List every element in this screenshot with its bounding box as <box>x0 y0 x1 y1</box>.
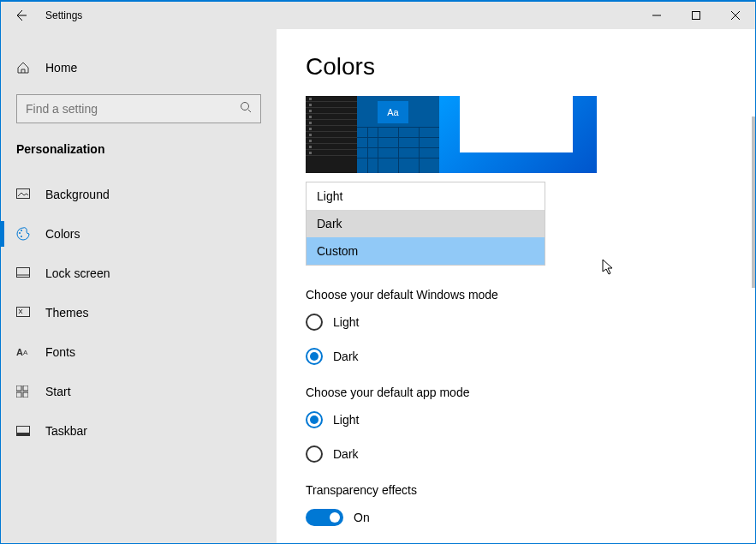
content-area: Colors Aa <box>277 29 755 543</box>
radio-label: Dark <box>333 350 359 363</box>
toggle-state-label: On <box>354 511 370 524</box>
color-preview: Aa <box>306 96 597 173</box>
sidebar-item-colors[interactable]: Colors <box>1 214 277 254</box>
maximize-icon <box>692 11 700 20</box>
radio-label: Dark <box>333 447 359 461</box>
sidebar-item-label: Taskbar <box>45 424 87 438</box>
sidebar-item-label: Themes <box>45 306 89 320</box>
sidebar-item-background[interactable]: Background <box>1 175 277 214</box>
sidebar-item-fonts[interactable]: AA Fonts <box>1 332 277 372</box>
app-mode-dark-radio[interactable]: Dark <box>306 445 726 463</box>
dropdown-option-light[interactable]: Light <box>307 182 545 210</box>
close-button[interactable] <box>716 2 755 29</box>
app-mode-light-radio[interactable]: Light <box>306 411 726 428</box>
background-icon <box>16 188 35 200</box>
page-title: Colors <box>306 53 726 81</box>
svg-point-5 <box>21 236 22 237</box>
titlebar: Settings <box>1 2 755 29</box>
sidebar-item-taskbar[interactable]: Taskbar <box>1 411 277 451</box>
svg-rect-0 <box>693 12 700 20</box>
window-title: Settings <box>45 9 82 21</box>
preview-sample-text: Aa <box>378 101 408 123</box>
app-mode-group: Choose your default app mode Light Dark <box>306 386 726 463</box>
svg-rect-2 <box>17 189 30 199</box>
section-header: Personalization <box>1 139 277 175</box>
sidebar: Home Personalization Background Colors L… <box>1 29 277 543</box>
sidebar-item-label: Lock screen <box>45 266 110 280</box>
svg-rect-13 <box>17 433 30 436</box>
scrollbar[interactable] <box>752 117 755 288</box>
svg-rect-10 <box>16 392 21 398</box>
svg-rect-9 <box>23 386 28 391</box>
radio-label: Light <box>333 315 359 329</box>
radio-icon <box>306 411 323 428</box>
sidebar-item-label: Background <box>45 188 110 201</box>
radio-icon <box>306 445 323 463</box>
radio-icon <box>306 314 323 331</box>
home-icon <box>16 61 35 75</box>
mouse-cursor <box>602 259 616 276</box>
home-nav[interactable]: Home <box>1 51 277 84</box>
maximize-button[interactable] <box>676 2 716 29</box>
home-label: Home <box>45 61 77 75</box>
search-box[interactable] <box>16 94 261 123</box>
sidebar-item-label: Start <box>45 385 71 398</box>
svg-point-1 <box>241 103 249 111</box>
svg-point-4 <box>21 230 22 231</box>
windows-mode-label: Choose your default Windows mode <box>306 288 726 302</box>
app-mode-label: Choose your default app mode <box>306 386 726 399</box>
svg-rect-11 <box>23 392 28 398</box>
dropdown-option-custom[interactable]: Custom <box>307 237 545 265</box>
back-button[interactable] <box>1 2 40 29</box>
svg-rect-8 <box>16 386 21 391</box>
svg-rect-7 <box>17 308 30 317</box>
dropdown-option-dark[interactable]: Dark <box>307 210 545 237</box>
minimize-button[interactable] <box>637 2 676 29</box>
close-icon <box>731 11 740 20</box>
windows-mode-light-radio[interactable]: Light <box>306 314 726 331</box>
transparency-label: Transparency effects <box>306 483 726 497</box>
transparency-group: Transparency effects On <box>306 483 726 526</box>
search-icon <box>240 101 252 117</box>
sidebar-item-lock-screen[interactable]: Lock screen <box>1 254 277 293</box>
radio-icon <box>306 348 323 365</box>
taskbar-icon <box>16 426 35 436</box>
radio-label: Light <box>333 413 359 427</box>
minimize-icon <box>652 11 661 20</box>
body: Home Personalization Background Colors L… <box>1 29 755 543</box>
color-mode-dropdown[interactable]: Light Dark Custom <box>306 182 545 266</box>
start-icon <box>16 386 35 398</box>
sidebar-item-start[interactable]: Start <box>1 372 277 411</box>
transparency-toggle[interactable] <box>306 509 343 526</box>
sidebar-item-label: Fonts <box>45 345 75 359</box>
svg-rect-6 <box>17 268 30 278</box>
sidebar-item-themes[interactable]: Themes <box>1 293 277 332</box>
arrow-left-icon <box>14 9 27 22</box>
svg-point-3 <box>19 232 21 234</box>
windows-mode-group: Choose your default Windows mode Light D… <box>306 288 726 365</box>
themes-icon <box>16 307 35 319</box>
colors-icon <box>16 227 35 241</box>
search-input[interactable] <box>26 102 240 116</box>
lock-screen-icon <box>16 267 35 279</box>
sidebar-item-label: Colors <box>45 227 80 241</box>
fonts-icon: AA <box>16 347 35 357</box>
windows-mode-dark-radio[interactable]: Dark <box>306 348 726 365</box>
settings-window: Settings Home <box>0 0 756 544</box>
window-controls <box>637 2 755 29</box>
